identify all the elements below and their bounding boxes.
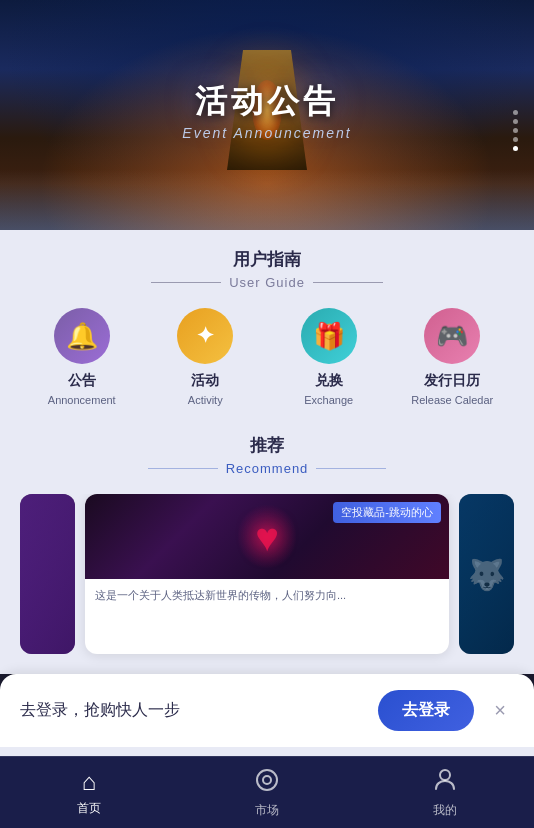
user-guide-title-en: User Guide: [229, 275, 305, 290]
hero-pagination-dots: [513, 110, 518, 151]
card-main[interactable]: 空投藏品-跳动的心 这是一个关于人类抵达新世界的传物，人们努力向...: [85, 494, 449, 654]
pagination-dot-5-active: [513, 146, 518, 151]
card-partial-left[interactable]: 榜: [20, 494, 75, 654]
user-guide-title-cn: 用户指南: [20, 248, 514, 271]
exchange-label-en: Exchange: [304, 394, 353, 406]
bell-icon: 🔔: [66, 321, 98, 352]
home-icon: ⌂: [82, 768, 97, 796]
market-label: 市场: [255, 802, 279, 819]
hero-snow-decoration: [0, 170, 534, 230]
release-label-en: Release Caledar: [411, 394, 493, 406]
guide-item-release[interactable]: 🎮 发行日历 Release Caledar: [391, 308, 515, 406]
login-banner-text: 去登录，抢购快人一步: [20, 700, 180, 721]
svg-point-1: [263, 776, 271, 784]
right-card-decoration: 🐺: [468, 557, 505, 592]
recommend-divider: Recommend: [20, 461, 514, 476]
activity-icon-circle: ✦: [177, 308, 233, 364]
login-banner: 去登录，抢购快人一步 去登录 ×: [0, 674, 534, 747]
nav-item-market[interactable]: 市场: [178, 767, 356, 819]
release-icon-circle: 🎮: [424, 308, 480, 364]
pagination-dot-4: [513, 137, 518, 142]
announcement-label-cn: 公告: [68, 372, 96, 390]
nav-item-profile[interactable]: 我的: [356, 766, 534, 819]
hero-title: 活动公告: [0, 80, 534, 124]
release-label-cn: 发行日历: [424, 372, 480, 390]
gift-icon: 🎁: [313, 321, 345, 352]
guide-item-announcement[interactable]: 🔔 公告 Annoncement: [20, 308, 144, 406]
user-guide-section: 用户指南 User Guide 🔔 公告 Annoncement ✦ 活动 Ac…: [0, 230, 534, 422]
guide-item-activity[interactable]: ✦ 活动 Activity: [144, 308, 268, 406]
recommend-title-cn: 推荐: [20, 434, 514, 457]
login-banner-actions: 去登录 ×: [378, 690, 514, 731]
market-icon: [254, 767, 280, 798]
exchange-label-cn: 兑换: [315, 372, 343, 390]
announcement-icon-circle: 🔔: [54, 308, 110, 364]
profile-icon: [432, 766, 458, 798]
page-content: 活动公告 Event Announcement 用户指南 User Guide …: [0, 0, 534, 756]
guide-icons-row: 🔔 公告 Annoncement ✦ 活动 Activity 🎁 兑换 Exch…: [20, 308, 514, 406]
pagination-dot-2: [513, 119, 518, 124]
home-label: 首页: [77, 800, 101, 817]
recommend-title-en: Recommend: [226, 461, 309, 476]
exchange-icon-circle: 🎁: [301, 308, 357, 364]
pagination-dot-3: [513, 128, 518, 133]
profile-label: 我的: [433, 802, 457, 819]
hero-subtitle: Event Announcement: [0, 125, 534, 141]
activity-label-cn: 活动: [191, 372, 219, 390]
nav-item-home[interactable]: ⌂ 首页: [0, 768, 178, 817]
svg-point-0: [257, 770, 277, 790]
guide-item-exchange[interactable]: 🎁 兑换 Exchange: [267, 308, 391, 406]
go-login-button[interactable]: 去登录: [378, 690, 474, 731]
sparkle-icon: ✦: [196, 323, 214, 349]
card-main-desc: 这是一个关于人类抵达新世界的传物，人们努力向...: [95, 587, 439, 604]
bottom-navigation: ⌂ 首页 市场 我的: [0, 756, 534, 828]
announcement-label-en: Annoncement: [48, 394, 116, 406]
hero-banner[interactable]: 活动公告 Event Announcement: [0, 0, 534, 230]
card-badge: 空投藏品-跳动的心: [333, 502, 441, 523]
activity-label-en: Activity: [188, 394, 223, 406]
recommend-section: 推荐 Recommend 榜 空投藏品-跳动的心 这是一个关于人类抵达新世界的传…: [0, 422, 534, 674]
card-partial-right[interactable]: 🐺: [459, 494, 514, 654]
hot-ranking-section: 热门排行: [0, 747, 534, 756]
user-guide-divider: User Guide: [20, 275, 514, 290]
close-login-banner-button[interactable]: ×: [486, 697, 514, 725]
recommend-cards-row: 榜 空投藏品-跳动的心 这是一个关于人类抵达新世界的传物，人们努力向... 🐺: [20, 494, 514, 666]
pagination-dot-1: [513, 110, 518, 115]
svg-point-2: [440, 770, 450, 780]
gamepad-icon: 🎮: [436, 321, 468, 352]
card-main-content: 这是一个关于人类抵达新世界的传物，人们努力向...: [85, 579, 449, 612]
